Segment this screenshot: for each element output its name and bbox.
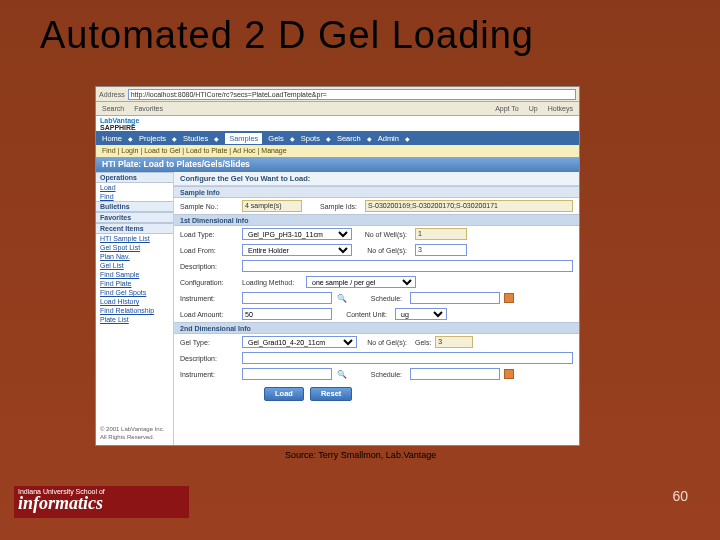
load-button[interactable]: Load <box>264 387 304 401</box>
list-item[interactable]: Gel List <box>96 261 173 270</box>
description2-label: Description: <box>180 355 238 362</box>
toolbar-hotkeys[interactable]: Hotkeys <box>548 105 573 112</box>
sample-no-field: 4 sample(s) <box>242 200 302 212</box>
list-item[interactable]: Plan Nav. <box>96 252 173 261</box>
load-amount-input[interactable] <box>242 308 332 320</box>
toolbar-search[interactable]: Search <box>102 105 124 112</box>
sidebar: Operations Load Find Bulletins Favorites… <box>96 172 174 445</box>
list-item[interactable]: Gel Spot List <box>96 243 173 252</box>
source-caption: Source: Terry Smallmon, Lab.Vantage <box>285 450 436 460</box>
no-gels-field[interactable]: 3 <box>415 244 467 256</box>
instrument-input[interactable] <box>242 292 332 304</box>
instrument2-label: Instrument: <box>180 371 238 378</box>
no-gels-label: No of Gel(s): <box>356 247 411 254</box>
content-unit-label: Content Unit: <box>336 311 391 318</box>
page-title: HTI Plate: Load to Plates/Gels/Slides <box>96 157 579 172</box>
list-item[interactable]: Load History <box>96 297 173 306</box>
nav-admin[interactable]: Admin <box>378 134 399 143</box>
primary-nav: Home◆ Projects◆ Studies◆ Samples Gels◆ S… <box>96 131 579 145</box>
gels-label: Gels: <box>415 339 431 346</box>
labvantage-logo: LabVantage SAPPHIRE <box>100 117 139 131</box>
schedule-input[interactable] <box>410 292 500 304</box>
no-gels2-label: No of Gel(s): <box>361 339 411 346</box>
subnav[interactable]: Find | Login | Load to Gel | Load to Pla… <box>96 145 579 157</box>
schedule-label: Schedule: <box>351 295 406 302</box>
slide-title: Automated 2 D Gel Loading <box>0 0 720 67</box>
calendar-icon[interactable] <box>504 293 514 303</box>
instrument-label: Instrument: <box>180 295 238 302</box>
gel-type-label: Gel Type: <box>180 339 238 346</box>
sidebar-find-link[interactable]: Find <box>96 192 173 201</box>
list-item[interactable]: Find Sample <box>96 270 173 279</box>
configure-header: Configure the Gel You Want to Load: <box>174 172 579 186</box>
instrument2-input[interactable] <box>242 368 332 380</box>
load-from-label: Load From: <box>180 247 238 254</box>
nav-projects[interactable]: Projects <box>139 134 166 143</box>
toolbar-up[interactable]: Up <box>529 105 538 112</box>
schedule2-input[interactable] <box>410 368 500 380</box>
copyright: © 2001 LabVantage Inc. All Rights Reserv… <box>96 421 173 445</box>
sidebar-recent-header: Recent Items <box>96 223 173 234</box>
browser-address-bar: Address http://localhost:8080/HTICore/rc… <box>96 87 579 102</box>
search-icon[interactable]: 🔍 <box>336 293 347 304</box>
toolbar-appto[interactable]: Appt To <box>495 105 519 112</box>
list-item[interactable]: Find Plate <box>96 279 173 288</box>
sample-no-label: Sample No.: <box>180 203 238 210</box>
load-amount-label: Load Amount: <box>180 311 238 318</box>
sample-ids-field: S-030200169;S-030200170;S-030200171 <box>365 200 573 212</box>
loading-method-label: Loading Method: <box>242 279 302 286</box>
loading-method-select[interactable]: one sample / per gel <box>306 276 416 288</box>
sidebar-bulletins-header: Bulletins <box>96 201 173 212</box>
sidebar-operations-header: Operations <box>96 172 173 183</box>
load-type-select[interactable]: Gel_IPG_pH3-10_11cm <box>242 228 352 240</box>
gels-field: 3 <box>435 336 473 348</box>
search-icon[interactable]: 🔍 <box>336 369 347 380</box>
nav-search[interactable]: Search <box>337 134 361 143</box>
nav-home[interactable]: Home <box>102 134 122 143</box>
main-panel: Configure the Gel You Want to Load: Samp… <box>174 172 579 445</box>
description2-input[interactable] <box>242 352 573 364</box>
sample-ids-label: Sample Ids: <box>306 203 361 210</box>
browser-toolbar: Search Favorites Appt To Up Hotkeys <box>96 102 579 116</box>
nav-samples[interactable]: Samples <box>225 133 262 144</box>
schedule2-label: Schedule: <box>351 371 406 378</box>
nav-gels[interactable]: Gels <box>268 134 283 143</box>
sample-info-header: Sample Info <box>174 186 579 198</box>
load-type-label: Load Type: <box>180 231 238 238</box>
sidebar-load-link[interactable]: Load <box>96 183 173 192</box>
toolbar-favorites[interactable]: Favorites <box>134 105 163 112</box>
reset-button[interactable]: Reset <box>310 387 352 401</box>
no-wells-label: No of Well(s): <box>356 231 411 238</box>
calendar-icon[interactable] <box>504 369 514 379</box>
app-screenshot: Address http://localhost:8080/HTICore/rc… <box>95 86 580 446</box>
description-label: Description: <box>180 263 238 270</box>
sidebar-favorites-header: Favorites <box>96 212 173 223</box>
no-wells-field: 1 <box>415 228 467 240</box>
list-item[interactable]: Plate List <box>96 315 173 324</box>
page-number: 60 <box>672 488 688 504</box>
nav-studies[interactable]: Studies <box>183 134 208 143</box>
gel-type-select[interactable]: Gel_Grad10_4-20_11cm <box>242 336 357 348</box>
dim1-header: 1st Dimensional Info <box>174 214 579 226</box>
description-input[interactable] <box>242 260 573 272</box>
address-input[interactable]: http://localhost:8080/HTICore/rc?secs=Pl… <box>128 89 576 100</box>
dim2-header: 2nd Dimensional Info <box>174 322 579 334</box>
content-unit-select[interactable]: ug <box>395 308 447 320</box>
iu-logo: Indiana University School of informatics <box>14 486 189 518</box>
nav-spots[interactable]: Spots <box>301 134 320 143</box>
list-item[interactable]: Find Relationship <box>96 306 173 315</box>
address-label: Address <box>99 91 125 98</box>
logo-row: LabVantage SAPPHIRE <box>96 116 579 131</box>
configuration-label: Configuration: <box>180 279 238 286</box>
list-item[interactable]: HTI Sample List <box>96 234 173 243</box>
load-from-select[interactable]: Entire Holder <box>242 244 352 256</box>
list-item[interactable]: Find Gel Spots <box>96 288 173 297</box>
